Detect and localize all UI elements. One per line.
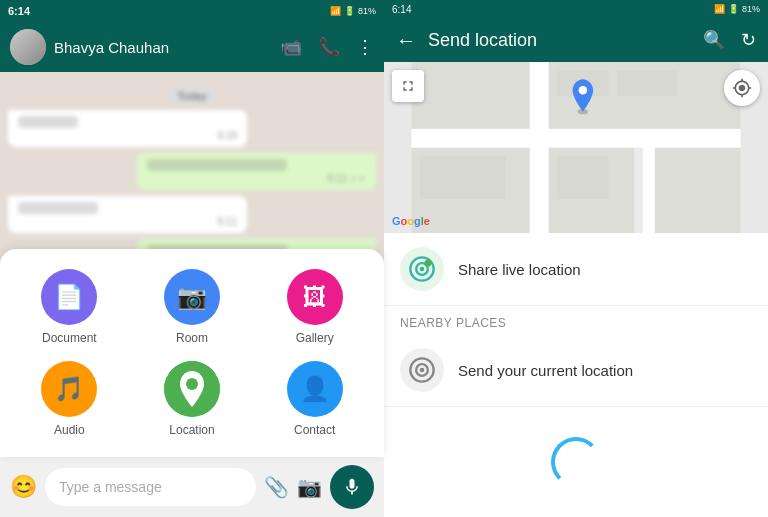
audio-icon: 🎵: [41, 361, 97, 417]
map-area: Google: [384, 62, 768, 233]
nearby-text: Nearby places: [400, 316, 506, 330]
avatar: [10, 29, 46, 65]
msg-in-time-2: 6:11: [18, 216, 237, 227]
back-button[interactable]: ←: [396, 29, 416, 52]
message-input-placeholder: Type a message: [59, 479, 162, 495]
svg-rect-9: [530, 62, 549, 233]
attach-item-location[interactable]: Location: [139, 361, 246, 437]
location-label: Location: [169, 423, 214, 437]
map-expand-button[interactable]: [392, 70, 424, 102]
chat-header: Bhavya Chauhan 📹 📞 ⋮: [0, 22, 384, 72]
left-signal-icons: 📶 🔋: [330, 6, 355, 16]
gallery-icon: 🖼: [287, 269, 343, 325]
svg-point-24: [420, 368, 425, 373]
svg-rect-14: [420, 156, 506, 199]
msg-in-text-2: [18, 202, 98, 214]
right-status-bar: 6:14 📶 🔋 81%: [384, 0, 768, 19]
msg-in-time-1: 6:10: [18, 130, 237, 141]
send-current-label: Send your current location: [458, 362, 633, 379]
send-current-location-option[interactable]: Send your current location: [384, 334, 768, 407]
svg-point-1: [186, 378, 198, 390]
chat-header-icons: 📹 📞 ⋮: [280, 36, 374, 58]
svg-rect-13: [557, 156, 608, 199]
svg-rect-3: [412, 62, 532, 131]
attach-item-room[interactable]: 📷 Room: [139, 269, 246, 345]
right-status-icons: 📶 🔋 81%: [714, 4, 760, 14]
map-svg: [384, 62, 768, 233]
document-icon: 📄: [41, 269, 97, 325]
location-options: Share live location Nearby places Send y…: [384, 233, 768, 517]
contact-name: Bhavya Chauhan: [54, 39, 272, 56]
attach-item-contact[interactable]: 👤 Contact: [261, 361, 368, 437]
google-text: Google: [392, 215, 430, 227]
msg-date-label: Today: [8, 86, 376, 104]
svg-rect-12: [617, 70, 677, 96]
right-panel: 6:14 📶 🔋 81% ← Send location 🔍 ↻: [384, 0, 768, 517]
loading-spinner: [551, 437, 601, 487]
contact-label: Contact: [294, 423, 335, 437]
attach-grid: 📄 Document 📷 Room 🖼 Gallery 🎵 Audio: [16, 269, 368, 437]
location-header-icons: 🔍 ↻: [703, 29, 756, 51]
right-battery-pct: 81%: [742, 4, 760, 14]
location-icon: [164, 361, 220, 417]
left-status-time: 6:14: [8, 5, 30, 17]
audio-label: Audio: [54, 423, 85, 437]
svg-rect-7: [651, 147, 740, 233]
msg-out-text-1: [147, 159, 287, 171]
refresh-icon[interactable]: ↻: [741, 29, 756, 51]
attach-item-document[interactable]: 📄 Document: [16, 269, 123, 345]
mic-button[interactable]: [330, 465, 374, 509]
google-logo: Google: [392, 211, 430, 229]
left-status-icons: 📶 🔋 81%: [330, 6, 376, 16]
video-call-icon[interactable]: 📹: [280, 36, 302, 58]
chat-bottom-bar: 😊 Type a message 📎 📷: [0, 457, 384, 517]
message-input[interactable]: Type a message: [45, 468, 256, 506]
current-location-icon: [400, 348, 444, 392]
nearby-places-label: Nearby places: [384, 306, 768, 334]
right-status-time: 6:14: [392, 4, 411, 15]
search-icon[interactable]: 🔍: [703, 29, 725, 51]
attach-item-gallery[interactable]: 🖼 Gallery: [261, 269, 368, 345]
left-status-bar: 6:14 📶 🔋 81%: [0, 0, 384, 22]
right-signal-icons: 📶 🔋: [714, 4, 739, 14]
live-location-icon: [400, 247, 444, 291]
left-panel: 6:14 📶 🔋 81% Bhavya Chauhan 📹 📞 ⋮ Today …: [0, 0, 384, 517]
attach-button[interactable]: 📎: [264, 475, 289, 499]
share-live-location-option[interactable]: Share live location: [384, 233, 768, 306]
spinner-area: [384, 407, 768, 517]
svg-point-21: [424, 260, 431, 267]
camera-button[interactable]: 📷: [297, 475, 322, 499]
document-label: Document: [42, 331, 97, 345]
room-label: Room: [176, 331, 208, 345]
svg-point-20: [421, 268, 423, 270]
attach-item-audio[interactable]: 🎵 Audio: [16, 361, 123, 437]
msg-out-time-1: 6:11 ✓✓: [147, 173, 366, 184]
msg-out-1: 6:11 ✓✓: [137, 153, 376, 190]
date-badge: Today: [169, 88, 214, 104]
map-target-button[interactable]: [724, 70, 760, 106]
location-header: ← Send location 🔍 ↻: [384, 19, 768, 62]
emoji-button[interactable]: 😊: [10, 474, 37, 500]
send-location-title: Send location: [428, 30, 691, 51]
svg-point-16: [579, 86, 588, 95]
svg-rect-10: [643, 147, 655, 233]
attach-menu: 📄 Document 📷 Room 🖼 Gallery 🎵 Audio: [0, 249, 384, 457]
contact-icon: 👤: [287, 361, 343, 417]
more-icon[interactable]: ⋮: [356, 36, 374, 58]
share-live-label: Share live location: [458, 261, 581, 278]
msg-in-2: 6:11: [8, 196, 247, 233]
room-icon: 📷: [164, 269, 220, 325]
svg-rect-8: [412, 128, 741, 147]
gallery-label: Gallery: [296, 331, 334, 345]
call-icon[interactable]: 📞: [318, 36, 340, 58]
left-battery-pct: 81%: [358, 6, 376, 16]
msg-in-1: 6:10: [8, 110, 247, 147]
msg-in-text-1: [18, 116, 78, 128]
